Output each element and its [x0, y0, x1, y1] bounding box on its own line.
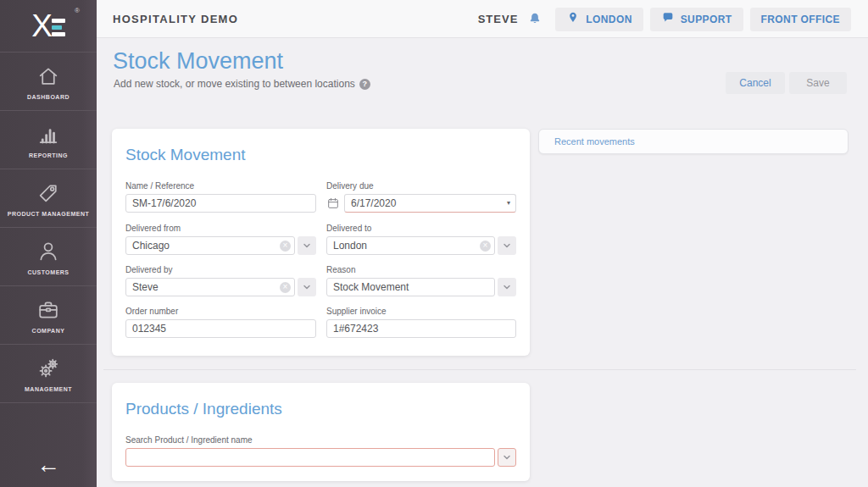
name-reference-input[interactable] [125, 194, 316, 213]
bar-chart-icon [36, 122, 61, 147]
field-search-product: Search Product / Ingredient name [125, 435, 516, 467]
delivered-to-input[interactable] [326, 236, 495, 255]
field-name-reference: Name / Reference [125, 181, 316, 213]
notifications-bell-icon[interactable] [526, 11, 543, 28]
reason-label: Reason [326, 265, 516, 274]
field-delivered-by: Delivered by × [125, 265, 316, 296]
main-content: Stock Movement Add new stock, or move ex… [97, 38, 868, 487]
sidebar-item-label: CUSTOMERS [27, 269, 69, 275]
gears-icon [36, 356, 61, 381]
sidebar-item-label: DASHBOARD [27, 94, 70, 100]
supplier-invoice-input[interactable] [326, 319, 516, 338]
topbar: HOSPITALITY DEMO STEVE LONDON SUPPORT FR… [97, 0, 868, 38]
sidebar-item-label: PRODUCT MANAGEMENT [8, 211, 90, 217]
chat-bubble-icon [661, 11, 675, 27]
sidebar-item-company[interactable]: COMPANY [0, 286, 97, 345]
delivery-due-label: Delivery due [326, 181, 516, 191]
briefcase-icon [36, 297, 61, 323]
field-delivery-due: Delivery due ▾ [326, 181, 516, 213]
logo-e-bars-icon [52, 19, 65, 36]
sidebar-item-label: MANAGEMENT [25, 386, 72, 392]
field-delivered-to: Delivered to × [326, 224, 516, 255]
sidebar-item-reporting[interactable]: REPORTING [0, 111, 97, 169]
sidebar-item-dashboard[interactable]: DASHBOARD [0, 53, 97, 111]
logo-letter-x: X [31, 10, 51, 42]
sidebar-item-customers[interactable]: CUSTOMERS [0, 228, 97, 286]
products-ingredients-card: Products / Ingredients Search Product / … [112, 383, 530, 481]
brand-logo[interactable]: X ® [0, 0, 97, 53]
name-reference-label: Name / Reference [125, 181, 316, 191]
location-button[interactable]: LONDON [555, 8, 643, 31]
chevron-down-icon[interactable] [498, 448, 516, 467]
save-button[interactable]: Save [789, 72, 847, 94]
sidebar-item-label: REPORTING [29, 152, 68, 158]
sidebar-item-product-management[interactable]: PRODUCT MANAGEMENT [0, 169, 97, 228]
delivered-from-label: Delivered from [125, 224, 316, 233]
chevron-down-icon[interactable] [498, 278, 516, 296]
app-window: X ® DASHBOARD REPORTING PRODUCT MANAGEME… [0, 0, 868, 487]
page-subtitle-row: Add new stock, or move existing to betwe… [114, 78, 370, 90]
field-delivered-from: Delivered from × [125, 224, 316, 255]
page-subtitle: Add new stock, or move existing to betwe… [114, 78, 355, 90]
recent-movements-panel[interactable]: Recent movements [538, 129, 849, 154]
registered-mark-icon: ® [75, 7, 80, 14]
clear-icon[interactable]: × [480, 241, 491, 252]
sidebar-item-label: COMPANY [32, 328, 65, 334]
date-caret-icon[interactable]: ▾ [507, 199, 510, 207]
chevron-down-icon[interactable] [298, 278, 316, 296]
chevron-down-icon[interactable] [298, 236, 316, 255]
help-icon[interactable]: ? [359, 79, 370, 90]
collapse-sidebar-arrow-icon[interactable]: ← [0, 451, 97, 479]
support-button-label: SUPPORT [681, 14, 732, 25]
cancel-button[interactable]: Cancel [726, 72, 785, 94]
order-number-label: Order number [125, 307, 316, 316]
calendar-icon[interactable] [326, 196, 340, 210]
location-button-label: LONDON [586, 14, 632, 25]
search-product-label: Search Product / Ingredient name [125, 435, 516, 445]
delivery-due-input[interactable] [344, 194, 516, 213]
clear-icon[interactable]: × [280, 282, 291, 293]
section-divider [103, 369, 856, 370]
page-title: Stock Movement [113, 48, 283, 75]
clear-icon[interactable]: × [280, 241, 291, 252]
chevron-down-icon[interactable] [498, 236, 516, 255]
sidebar: X ® DASHBOARD REPORTING PRODUCT MANAGEME… [0, 0, 97, 487]
field-supplier-invoice: Supplier invoice [326, 307, 516, 338]
location-pin-icon [566, 11, 580, 27]
delivered-from-input[interactable] [125, 236, 295, 255]
reason-input[interactable] [326, 278, 495, 296]
topbar-right-cluster: STEVE LONDON SUPPORT FRONT OFFICE [478, 0, 851, 38]
delivered-to-label: Delivered to [326, 224, 516, 233]
page-actions: Cancel Save [726, 72, 847, 94]
field-reason: Reason [326, 265, 516, 296]
support-button[interactable]: SUPPORT [650, 8, 743, 31]
front-office-button-label: FRONT OFFICE [761, 14, 840, 25]
tag-icon [36, 180, 61, 206]
delivered-by-input[interactable] [125, 278, 295, 296]
stock-movement-card-title: Stock Movement [125, 146, 246, 164]
delivered-by-label: Delivered by [125, 265, 316, 274]
products-card-title: Products / Ingredients [125, 400, 282, 418]
field-order-number: Order number [125, 307, 316, 338]
order-number-input[interactable] [125, 319, 316, 338]
front-office-button[interactable]: FRONT OFFICE [750, 8, 851, 31]
person-icon [36, 239, 61, 264]
supplier-invoice-label: Supplier invoice [326, 307, 516, 316]
search-product-input[interactable] [125, 448, 495, 467]
stock-movement-card: Stock Movement Name / Reference Delivery… [112, 129, 530, 356]
recent-movements-label: Recent movements [554, 136, 635, 147]
app-title: HOSPITALITY DEMO [113, 13, 238, 25]
sidebar-item-management[interactable]: MANAGEMENT [0, 345, 97, 403]
home-icon [36, 64, 61, 89]
user-name: STEVE [478, 13, 519, 25]
